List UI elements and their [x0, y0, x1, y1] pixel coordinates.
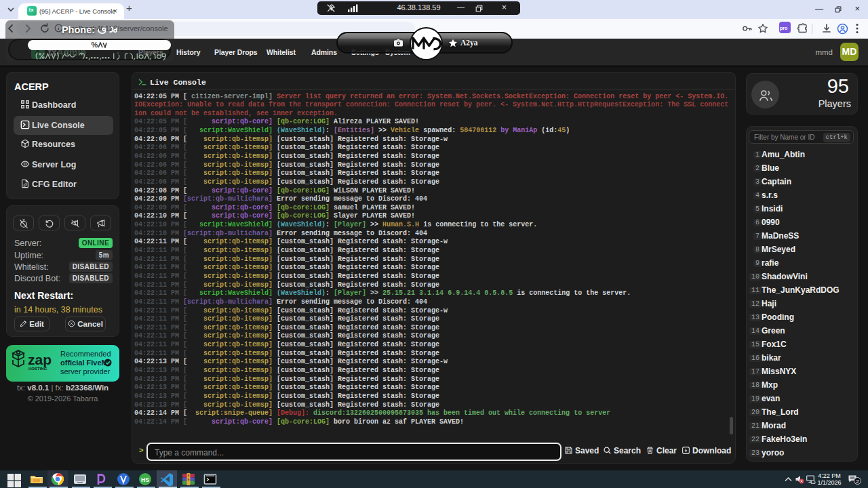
svg-text:server provider: server provider: [60, 367, 111, 375]
svg-text:Recommended: Recommended: [60, 350, 111, 358]
svg-text:official FiveM: official FiveM: [60, 359, 108, 367]
svg-text:zap: zap: [28, 352, 52, 367]
svg-text:HOSTING: HOSTING: [28, 367, 47, 371]
